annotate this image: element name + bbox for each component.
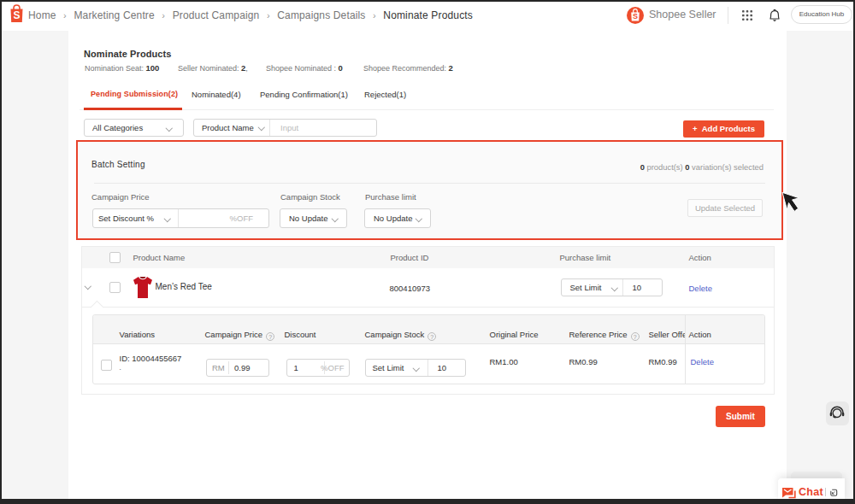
svg-text:S: S [633, 12, 638, 21]
svg-text:S: S [14, 9, 21, 21]
